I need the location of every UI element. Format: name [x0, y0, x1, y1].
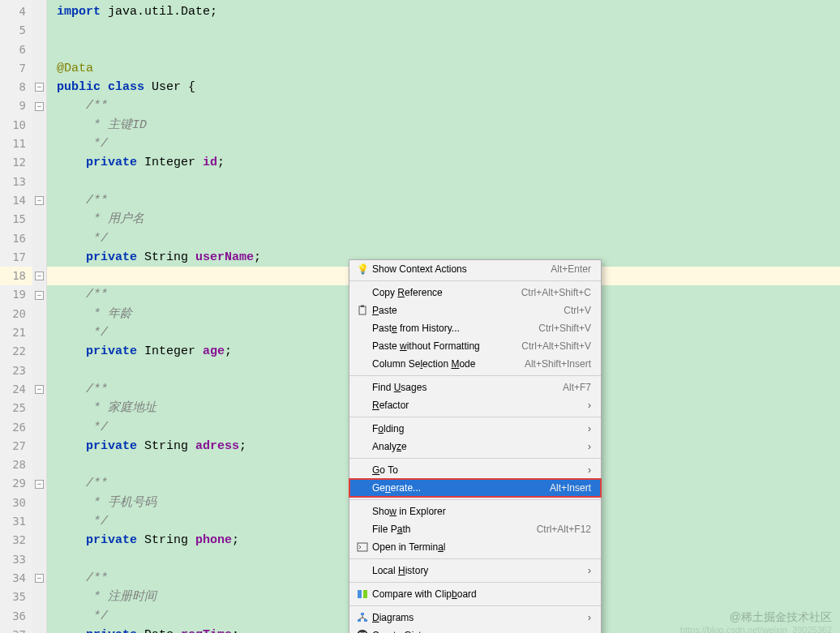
- line-number: 22: [0, 342, 32, 361]
- line-number: 8: [0, 78, 32, 96]
- fold-toggle[interactable]: −: [35, 102, 44, 111]
- menu-item[interactable]: Column Selection ModeAlt+Shift+Insert: [349, 355, 601, 373]
- menu-separator: [349, 280, 601, 281]
- menu-item[interactable]: Go To›: [349, 461, 601, 479]
- svg-rect-6: [358, 619, 361, 622]
- menu-item[interactable]: 💡Show Context ActionsAlt+Enter: [349, 260, 601, 278]
- line-number: 32: [0, 531, 32, 550]
- line-number: 34: [0, 569, 32, 588]
- fold-toggle[interactable]: −: [35, 83, 44, 92]
- line-number: 4: [0, 2, 32, 21]
- code-line[interactable]: public class User {: [47, 78, 840, 96]
- line-number: 14: [0, 191, 32, 210]
- menu-item-label: Diagrams: [371, 612, 583, 623]
- fold-toggle[interactable]: −: [35, 480, 44, 489]
- menu-item-label: Go To: [371, 464, 583, 476]
- menu-separator: [349, 499, 601, 500]
- code-line[interactable]: @Data: [47, 59, 840, 78]
- submenu-arrow-icon: ›: [583, 464, 591, 476]
- fold-toggle[interactable]: −: [35, 385, 44, 394]
- line-number: 23: [0, 361, 32, 380]
- submenu-arrow-icon: ›: [583, 441, 591, 452]
- menu-separator: [349, 458, 601, 459]
- menu-item[interactable]: Diagrams›: [349, 609, 601, 627]
- svg-rect-1: [361, 306, 364, 308]
- submenu-arrow-icon: ›: [583, 612, 591, 623]
- line-number: 31: [0, 512, 32, 531]
- menu-item-label: Analyze: [371, 441, 583, 452]
- menu-item-shortcut: Ctrl+Alt+F12: [537, 524, 591, 535]
- menu-item[interactable]: Find UsagesAlt+F7: [349, 379, 601, 396]
- line-number: 21: [0, 323, 32, 342]
- menu-item[interactable]: Refactor›: [349, 396, 601, 414]
- code-line[interactable]: [47, 173, 840, 191]
- line-number: 27: [0, 437, 32, 456]
- menu-item[interactable]: Analyze›: [349, 438, 601, 456]
- svg-rect-4: [363, 590, 367, 598]
- line-number: 25: [0, 399, 32, 417]
- menu-item[interactable]: Create Gist...: [349, 627, 601, 633]
- menu-separator: [349, 605, 601, 606]
- line-number: 20: [0, 305, 32, 323]
- code-line[interactable]: import java.util.Date;: [47, 2, 840, 21]
- code-line[interactable]: private Integer id;: [47, 153, 840, 172]
- menu-item-label: Open in Terminal: [371, 541, 591, 553]
- context-menu[interactable]: 💡Show Context ActionsAlt+EnterCopy Refer…: [349, 259, 602, 633]
- menu-item-shortcut: Alt+Enter: [551, 263, 591, 275]
- line-number: 6: [0, 41, 32, 59]
- line-number: 12: [0, 153, 32, 172]
- code-line[interactable]: * 主键ID: [47, 116, 840, 135]
- menu-item-label: Generate...: [371, 482, 550, 494]
- fold-toggle[interactable]: −: [35, 291, 44, 300]
- menu-item[interactable]: Folding›: [349, 420, 601, 438]
- code-line[interactable]: */: [47, 135, 840, 153]
- line-number: 33: [0, 550, 32, 569]
- terminal-icon: [354, 541, 371, 553]
- fold-toggle[interactable]: −: [35, 574, 44, 583]
- menu-item[interactable]: PasteCtrl+V: [349, 302, 601, 319]
- line-number: 28: [0, 456, 32, 474]
- menu-item-label: Find Usages: [371, 382, 563, 393]
- code-line[interactable]: */: [47, 229, 840, 248]
- github-icon: [354, 630, 371, 633]
- menu-item[interactable]: Local History›: [349, 562, 601, 580]
- menu-item[interactable]: Copy ReferenceCtrl+Alt+Shift+C: [349, 284, 601, 302]
- compare-icon: [354, 588, 371, 600]
- line-number: 17: [0, 248, 32, 267]
- menu-item-label: Paste without Formatting: [371, 340, 521, 352]
- menu-item-shortcut: Alt+Shift+Insert: [525, 358, 591, 370]
- menu-item-shortcut: Ctrl+Alt+Shift+C: [521, 287, 591, 298]
- line-number: 5: [0, 21, 32, 40]
- code-line[interactable]: * 用户名: [47, 210, 840, 229]
- menu-item-label: Show Context Actions: [371, 263, 551, 275]
- line-number: 16: [0, 229, 32, 248]
- menu-item-label: Compare with Clipboard: [371, 588, 591, 600]
- menu-item[interactable]: Paste from History...Ctrl+Shift+V: [349, 319, 601, 337]
- code-line[interactable]: /**: [47, 191, 840, 210]
- menu-item-shortcut: Ctrl+Alt+Shift+V: [521, 340, 591, 352]
- menu-item[interactable]: Show in Explorer: [349, 503, 601, 520]
- code-line[interactable]: /**: [47, 96, 840, 115]
- line-number: 13: [0, 173, 32, 191]
- menu-separator: [349, 417, 601, 417]
- menu-item-label: Local History: [371, 565, 583, 576]
- line-number: 37: [0, 626, 32, 633]
- menu-item[interactable]: Open in Terminal: [349, 538, 601, 556]
- svg-rect-7: [364, 619, 367, 622]
- code-line[interactable]: [47, 41, 840, 59]
- code-line[interactable]: [47, 21, 840, 40]
- line-number: 36: [0, 607, 32, 626]
- menu-item-label: Folding: [371, 423, 583, 434]
- line-number: 19: [0, 285, 32, 304]
- menu-item[interactable]: Compare with Clipboard: [349, 585, 601, 603]
- menu-separator: [349, 375, 601, 376]
- fold-toggle[interactable]: −: [35, 272, 44, 280]
- menu-item[interactable]: Paste without FormattingCtrl+Alt+Shift+V: [349, 337, 601, 355]
- line-number: 9: [0, 96, 32, 115]
- menu-item[interactable]: Generate...Alt+Insert: [349, 479, 601, 497]
- line-number-gutter: 4567891011121314151617181920212223242526…: [0, 0, 32, 633]
- fold-toggle[interactable]: −: [35, 196, 44, 205]
- menu-item[interactable]: File PathCtrl+Alt+F12: [349, 520, 601, 538]
- menu-separator: [349, 558, 601, 559]
- line-number: 30: [0, 494, 32, 512]
